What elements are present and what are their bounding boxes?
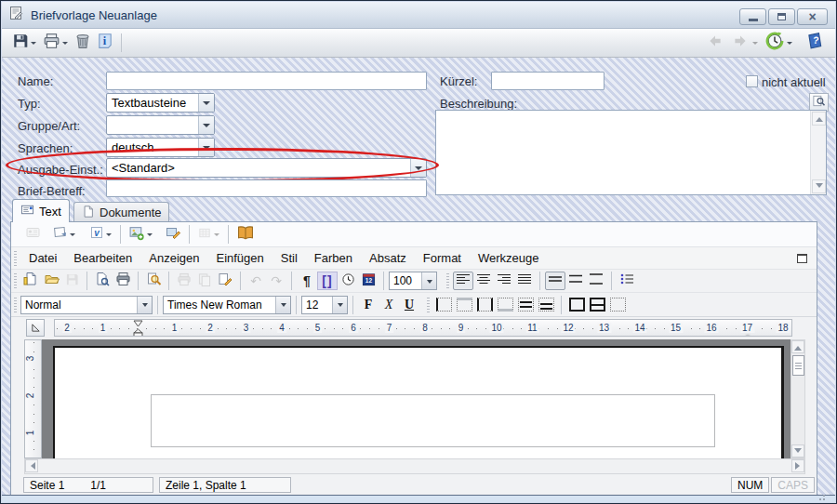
scroll-down-button[interactable] (791, 444, 804, 458)
save-dropdown-caret[interactable] (31, 42, 36, 47)
gruppe-dropdown-button[interactable] (198, 116, 214, 134)
letter-dropdown-caret[interactable] (70, 233, 75, 239)
line-spacing-1-button[interactable] (545, 272, 565, 290)
menu-item-datei[interactable]: Datei (20, 248, 65, 268)
align-center-button[interactable] (473, 272, 494, 290)
font-size-select[interactable]: 12 (301, 296, 348, 314)
beschreibung-zoom-button[interactable] (809, 93, 829, 112)
maximize-button[interactable] (768, 8, 795, 25)
resize-grip[interactable] (816, 491, 825, 500)
beschreibung-scrollbar[interactable] (810, 111, 826, 194)
insert-image-button[interactable] (126, 223, 156, 246)
tab-dokumente[interactable]: Dokumente (73, 202, 169, 222)
image-dropdown-caret[interactable] (147, 233, 153, 239)
style-dropdown-button[interactable] (137, 297, 152, 313)
show-fields-button[interactable]: [] (317, 272, 338, 290)
toolbar-grip[interactable] (427, 298, 430, 312)
document-page[interactable] (53, 346, 784, 458)
info-button[interactable]: i (94, 31, 116, 55)
border-top-button[interactable] (454, 296, 474, 314)
edit-note-button[interactable] (215, 272, 235, 290)
print-document-button[interactable] (113, 272, 133, 290)
border-box-button[interactable] (566, 296, 587, 314)
menu-item-farben[interactable]: Farben (306, 248, 361, 268)
font-select[interactable]: Times New Roman (163, 296, 291, 314)
sprachen-dropdown-button[interactable] (198, 139, 214, 156)
tab-stop-selector[interactable] (26, 319, 45, 337)
menu-item-anzeigen[interactable]: Anzeigen (140, 248, 207, 268)
name-input[interactable] (106, 72, 427, 90)
textmodule-book-button[interactable] (233, 223, 258, 246)
back-button[interactable] (703, 31, 727, 55)
save-document-button[interactable] (61, 272, 82, 290)
minimize-button[interactable] (739, 8, 766, 25)
text-frame[interactable] (151, 394, 715, 447)
toolbar-grip[interactable] (14, 251, 17, 266)
border-right-button[interactable] (474, 296, 495, 314)
delete-button[interactable] (72, 31, 94, 55)
toolbar-grip[interactable] (14, 273, 17, 288)
search-button[interactable] (143, 272, 164, 290)
list-button[interactable] (617, 272, 637, 290)
vertical-scrollbar[interactable] (790, 339, 805, 458)
insert-table-button[interactable] (194, 224, 223, 245)
undo-button[interactable]: ↶ (246, 272, 266, 290)
print-preview-button[interactable] (92, 272, 113, 290)
help-button[interactable]: ? (802, 30, 828, 56)
font-size-dropdown-button[interactable] (332, 297, 347, 313)
zoom-select[interactable]: 100 (389, 272, 437, 290)
menu-item-werkzeuge[interactable]: Werkzeuge (470, 248, 548, 268)
copies-button[interactable] (194, 272, 215, 290)
forward-button[interactable] (727, 31, 762, 55)
border-hlines2-button[interactable] (536, 296, 556, 314)
edit-image-button[interactable] (162, 223, 184, 245)
fax-button[interactable] (174, 272, 194, 290)
font-dropdown-button[interactable] (275, 297, 290, 313)
ausgabe-dropdown-button[interactable] (410, 159, 426, 177)
table-dropdown-caret[interactable] (214, 233, 219, 239)
menu-window-icon[interactable] (797, 254, 807, 263)
style-select[interactable]: Normal (20, 296, 153, 314)
show-paragraph-button[interactable]: ¶ (297, 272, 317, 290)
contact-card-button[interactable] (22, 223, 44, 245)
ausgabe-select[interactable]: <Standard> (106, 158, 427, 178)
sprachen-select[interactable]: deutsch (106, 138, 215, 157)
toolbar-grip[interactable] (14, 298, 17, 312)
history-button[interactable] (762, 29, 796, 57)
insert-letter-button[interactable] (49, 223, 79, 245)
beschreibung-textarea[interactable] (435, 110, 827, 195)
insert-date-button[interactable]: 12 (358, 272, 379, 290)
border-all-button[interactable] (587, 296, 607, 314)
menu-item-format[interactable]: Format (415, 248, 470, 268)
scrollbar-thumb[interactable] (792, 355, 804, 376)
vertical-ruler[interactable]: 321 (24, 339, 42, 458)
indent-marker[interactable] (133, 320, 143, 337)
print-dropdown-caret[interactable] (62, 42, 68, 47)
redo-button[interactable]: ↷ (266, 272, 286, 290)
scroll-up-button[interactable] (791, 340, 804, 353)
line-spacing-2-button[interactable] (586, 272, 606, 290)
menu-item-absatz[interactable]: Absatz (361, 248, 415, 268)
scroll-down-button[interactable] (812, 179, 826, 193)
forward-dropdown-caret[interactable] (752, 42, 758, 47)
document-viewport[interactable] (42, 339, 790, 458)
variable-dropdown-caret[interactable] (106, 233, 112, 239)
print-button[interactable] (40, 31, 72, 55)
history-dropdown-caret[interactable] (787, 42, 792, 47)
border-bottom-button[interactable] (495, 296, 515, 314)
scroll-left-button[interactable] (25, 459, 38, 472)
toolbar-grip[interactable] (446, 273, 449, 288)
align-justify-button[interactable] (514, 272, 535, 290)
save-button[interactable] (9, 31, 40, 55)
underline-button[interactable]: U (399, 296, 419, 314)
horizontal-scrollbar[interactable] (24, 458, 805, 474)
border-none-button[interactable] (607, 296, 628, 314)
zoom-dropdown-button[interactable] (421, 272, 436, 289)
tab-text[interactable]: Text (12, 199, 70, 222)
nicht-aktuell-checkbox[interactable] (746, 75, 758, 87)
gruppe-select[interactable] (106, 115, 215, 135)
border-left-button[interactable] (433, 296, 454, 314)
typ-select[interactable]: Textbausteine (106, 93, 215, 113)
menu-item-bearbeiten[interactable]: Bearbeiten (65, 248, 140, 268)
open-button[interactable] (41, 272, 61, 290)
